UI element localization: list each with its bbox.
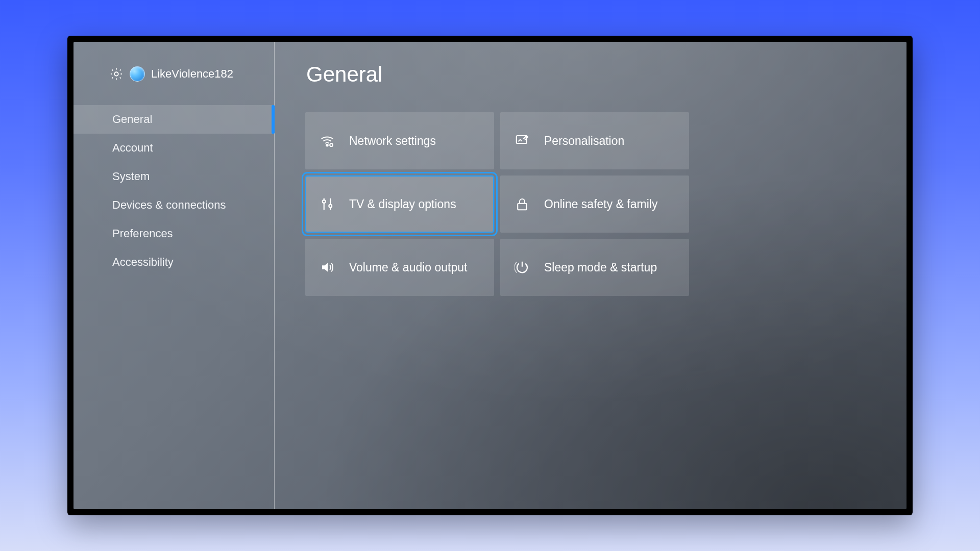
sidebar-item-preferences[interactable]: Preferences [74,219,274,248]
tv-bezel: LikeViolence182 General Account System D… [67,36,913,515]
lock-icon [514,196,530,212]
sidebar-item-label: General [112,113,152,126]
svg-point-0 [114,72,118,76]
gamertag: LikeViolence182 [151,67,233,81]
sidebar-item-account[interactable]: Account [74,134,274,162]
sidebar-item-accessibility[interactable]: Accessibility [74,248,274,277]
profile-header[interactable]: LikeViolence182 [74,57,274,97]
tile-label: Network settings [349,134,436,148]
tile-network-settings[interactable]: Network settings [305,112,494,169]
screen: LikeViolence182 General Account System D… [74,42,906,509]
tile-label: Online safety & family [544,197,657,211]
tile-online-safety-family[interactable]: Online safety & family [500,176,689,233]
tile-tv-display-options[interactable]: TV & display options [305,176,494,233]
sidebar-item-system[interactable]: System [74,162,274,191]
gear-icon [109,67,124,81]
avatar [130,66,145,82]
tile-label: Sleep mode & startup [544,261,657,274]
sidebar-item-label: Account [112,141,153,155]
tile-label: Personalisation [544,134,624,148]
tile-personalisation[interactable]: Personalisation [500,112,689,169]
sidebar-item-label: Preferences [112,227,173,240]
svg-point-1 [326,144,328,146]
sidebar-item-label: Devices & connections [112,198,226,212]
svg-rect-8 [518,204,527,210]
sliders-icon [320,196,335,212]
tile-sleep-mode-startup[interactable]: Sleep mode & startup [500,239,689,296]
settings-tile-grid: Network settings Personalisation [305,112,876,296]
main-panel: General Network settings [275,42,906,509]
sidebar-item-label: System [112,170,150,183]
page-title: General [306,62,876,87]
volume-icon [320,260,335,275]
sidebar-item-general[interactable]: General [74,105,274,134]
sidebar-item-devices[interactable]: Devices & connections [74,191,274,219]
sidebar-item-label: Accessibility [112,256,174,269]
svg-point-5 [323,200,326,203]
sidebar: LikeViolence182 General Account System D… [74,42,275,509]
network-icon [320,133,335,148]
brush-icon [514,133,530,148]
tile-label: TV & display options [349,197,456,211]
tile-volume-audio-output[interactable]: Volume & audio output [305,239,494,296]
power-icon [514,260,530,275]
sidebar-nav: General Account System Devices & connect… [74,105,274,277]
svg-point-7 [329,205,332,208]
tile-label: Volume & audio output [349,261,467,274]
svg-point-2 [330,143,333,146]
